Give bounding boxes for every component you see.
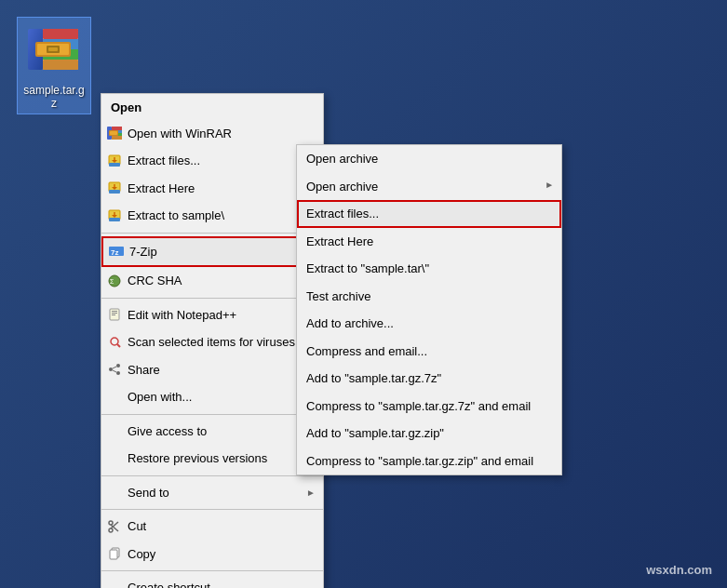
submenu-item-open-archive[interactable]: Open archive: [297, 145, 561, 173]
menu-item-extract-files[interactable]: Extract files...: [101, 147, 323, 175]
menu-item-give-access[interactable]: Give access to ►: [101, 418, 323, 446]
svg-point-37: [111, 338, 118, 345]
submenu-item-compress-email[interactable]: Compress and email...: [297, 338, 561, 366]
menu-item-share[interactable]: Share: [101, 356, 323, 384]
7zip-icon: 7z: [107, 244, 126, 259]
desktop: sample.tar.gz Open Open with WinRAR Extr…: [0, 0, 727, 588]
svg-point-39: [116, 364, 120, 368]
watermark: wsxdn.com: [646, 563, 712, 577]
svg-line-42: [113, 367, 116, 368]
svg-rect-35: [112, 313, 117, 314]
notepad-icon: [105, 307, 124, 322]
svg-rect-9: [48, 47, 58, 51]
menu-item-open-winrar[interactable]: Open with WinRAR: [101, 120, 323, 148]
menu-item-send-to[interactable]: Send to ►: [101, 479, 323, 507]
svg-rect-34: [112, 311, 117, 312]
submenu-7zip: Open archive Open archive ► Extract file…: [296, 144, 562, 475]
svg-point-41: [116, 371, 120, 375]
svg-rect-5: [43, 60, 78, 70]
context-menu: Open Open with WinRAR Extract files... E…: [101, 93, 324, 588]
svg-line-43: [113, 370, 116, 372]
svg-rect-14: [112, 136, 122, 140]
separator-2: [101, 298, 323, 299]
svg-rect-18: [109, 163, 120, 167]
separator-1: [101, 233, 323, 234]
submenu-item-test-archive[interactable]: Test archive: [297, 283, 561, 311]
svg-rect-2: [43, 29, 78, 39]
file-icon[interactable]: sample.tar.gz: [17, 17, 91, 114]
svg-point-44: [109, 528, 113, 532]
menu-item-extract-to-sample[interactable]: Extract to sample\: [101, 202, 323, 230]
menu-item-restore[interactable]: Restore previous versions: [101, 445, 323, 473]
crc-icon: Σ: [105, 274, 124, 288]
file-icon-label: sample.tar.gz: [21, 84, 87, 110]
menu-item-create-shortcut[interactable]: Create shortcut: [101, 574, 323, 588]
submenu-item-add-to-7z[interactable]: Add to "sample.tar.gz.7z": [297, 365, 561, 393]
svg-text:Σ: Σ: [110, 278, 114, 285]
submenu-item-compress-zip-email[interactable]: Compress to "sample.tar.gz.zip" and emai…: [297, 448, 561, 475]
menu-item-notepad[interactable]: Edit with Notepad++: [101, 301, 323, 329]
submenu-item-extract-files[interactable]: Extract files...: [297, 200, 561, 228]
extract-to-icon: [105, 208, 124, 223]
cut-icon: [105, 519, 124, 534]
send-to-arrow: ►: [306, 486, 316, 500]
svg-text:7z: 7z: [111, 248, 118, 257]
separator-4: [101, 475, 323, 476]
submenu-item-open-archive2[interactable]: Open archive ►: [297, 173, 561, 201]
svg-point-40: [109, 368, 113, 371]
menu-item-extract-here[interactable]: Extract Here: [101, 175, 323, 203]
open-archive-arrow: ►: [545, 178, 554, 192]
menu-item-crc-sha[interactable]: Σ CRC SHA ►: [101, 267, 323, 295]
scan-icon: [105, 335, 124, 350]
submenu-item-extract-here[interactable]: Extract Here: [297, 228, 561, 256]
menu-item-open-with[interactable]: Open with...: [101, 383, 323, 411]
separator-3: [101, 414, 323, 415]
svg-rect-22: [109, 190, 120, 194]
share-icon: [105, 362, 124, 377]
submenu-item-add-to-archive[interactable]: Add to archive...: [297, 310, 561, 338]
menu-item-copy[interactable]: Copy: [101, 541, 323, 568]
svg-rect-11: [112, 127, 122, 130]
svg-rect-26: [109, 218, 120, 221]
svg-rect-49: [110, 550, 117, 559]
submenu-item-extract-to[interactable]: Extract to "sample.tar\": [297, 255, 561, 283]
extract-icon: [105, 154, 124, 168]
winrar-small-icon: [105, 126, 124, 140]
submenu-item-compress-7z-email[interactable]: Compress to "sample.tar.gz.7z" and email: [297, 393, 561, 421]
svg-point-45: [109, 521, 113, 525]
extract-here-icon: [105, 180, 124, 195]
winrar-icon-svg: [26, 21, 82, 77]
separator-5: [101, 509, 323, 510]
copy-icon: [105, 546, 124, 561]
separator-6: [101, 570, 323, 571]
menu-item-7zip[interactable]: 7z 7-Zip ►: [101, 236, 323, 268]
svg-rect-16: [110, 131, 117, 135]
submenu-item-add-to-zip[interactable]: Add to "sample.tar.gz.zip": [297, 420, 561, 448]
menu-item-cut[interactable]: Cut: [101, 513, 323, 541]
menu-item-scan[interactable]: Scan selected items for viruses: [101, 328, 323, 356]
svg-rect-36: [112, 314, 115, 315]
svg-line-38: [117, 344, 120, 347]
menu-header-open: Open: [101, 94, 323, 120]
